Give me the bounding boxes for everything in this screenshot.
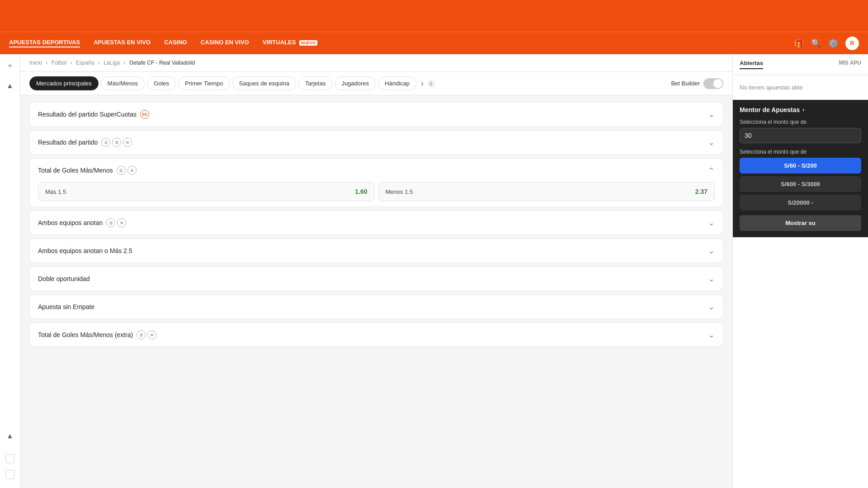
tab-primer-tiempo[interactable]: Primer Tiempo xyxy=(178,76,230,90)
icon-1x2-1: ① xyxy=(101,138,110,147)
market-header-supercuotas[interactable]: Resultado del partido SuperCuotas SC ⌄ xyxy=(30,103,723,126)
sidebar-checkbox-2[interactable] xyxy=(5,470,14,479)
mis-apuestas-label: MIS APU xyxy=(839,60,861,69)
market-resultado-partido: Resultado del partido ① ② ✕ ⌄ xyxy=(29,130,723,155)
chevron-supercuotas: ⌄ xyxy=(708,109,715,119)
odds-mas-15-label: Más 1.5 xyxy=(45,188,66,195)
breadcrumb: Inicio › Fútbol › España › LaLiga › Geta… xyxy=(20,54,732,72)
no-bets-message: No tienes apuestas able xyxy=(733,75,868,100)
odds-row-total-goles: Más 1.5 1.60 Menos 1.5 2.37 xyxy=(30,182,723,206)
tab-saques-esquina[interactable]: Saques de esquina xyxy=(232,76,296,90)
market-title-doble: Doble oportunidad xyxy=(38,275,90,282)
right-panel: Abiertas MIS APU No tienes apuestas able… xyxy=(732,54,868,488)
settings-icon[interactable]: ⚙️ xyxy=(828,38,838,48)
market-header-ambos-mas25[interactable]: Ambos equipos anotan o Más 2.5 ⌄ xyxy=(30,239,723,263)
tab-goles[interactable]: Goles xyxy=(147,76,176,90)
main-layout: ＋ ▲ ▲ Inicio › Fútbol › España › LaLiga … xyxy=(0,54,868,488)
breadcrumb-espana[interactable]: España xyxy=(76,60,94,66)
icon-goles-x: ✕ xyxy=(127,166,137,175)
tabs-more-arrow[interactable]: › xyxy=(419,79,426,88)
mentor-label-1: Selecciona el monto que de xyxy=(740,119,861,125)
icon-ambos-2: ② xyxy=(106,218,115,227)
gift-icon[interactable]: 🎁 xyxy=(794,38,804,48)
odds-mas-15[interactable]: Más 1.5 1.60 xyxy=(38,182,375,201)
mentor-arrow-icon: › xyxy=(802,107,804,113)
sidebar-arrow-down-icon[interactable]: ▲ xyxy=(3,429,17,443)
market-doble-oportunidad: Doble oportunidad ⌄ xyxy=(29,267,723,291)
chevron-doble: ⌄ xyxy=(708,274,715,284)
top-banner xyxy=(0,0,868,32)
market-header-doble[interactable]: Doble oportunidad ⌄ xyxy=(30,267,723,291)
market-ambos-mas25: Ambos equipos anotan o Más 2.5 ⌄ xyxy=(29,239,723,263)
market-title-sin-empate: Apuesta sin Empate xyxy=(38,303,94,310)
bet-builder-section: Bet Builder xyxy=(671,78,723,89)
tab-handicap[interactable]: Hándicap xyxy=(378,76,416,90)
icon-1x2-2: ② xyxy=(112,138,121,147)
market-title-ambos-mas25: Ambos equipos anotan o Más 2.5 xyxy=(38,247,132,254)
mentor-input[interactable] xyxy=(740,128,861,143)
icon-extra-2: ② xyxy=(137,330,146,339)
search-icon[interactable]: 🔍 xyxy=(811,38,821,48)
tab-abiertas[interactable]: Abiertas xyxy=(740,60,763,69)
breadcrumb-futbol[interactable]: Fútbol xyxy=(52,60,66,66)
market-ambos-equipos: Ambos equipos anotan ② ✕ ⌄ xyxy=(29,211,723,235)
market-header-resultado[interactable]: Resultado del partido ① ② ✕ ⌄ xyxy=(30,131,723,154)
icon-extra-x: ✕ xyxy=(147,330,156,339)
market-total-goles: Total de Goles Más/Menos ② ✕ ⌄ Más 1.5 1… xyxy=(29,158,723,207)
sidebar-add-icon[interactable]: ＋ xyxy=(3,59,17,72)
chevron-ambos-mas25: ⌄ xyxy=(708,246,715,256)
market-resultado-supercuotas: Resultado del partido SuperCuotas SC ⌄ xyxy=(29,102,723,127)
nav-virtuales[interactable]: VIRTUALES NUEVO xyxy=(263,39,317,47)
market-title-resultado: Resultado del partido xyxy=(38,139,98,146)
market-header-ambos[interactable]: Ambos equipos anotan ② ✕ ⌄ xyxy=(30,211,723,235)
left-sidebar: ＋ ▲ ▲ xyxy=(0,54,20,488)
nav-apuestas-en-vivo[interactable]: APUESTAS EN VIVO xyxy=(94,39,151,47)
market-title-total-goles-extra: Total de Goles Más/Menos (extra) xyxy=(38,331,133,338)
tab-mas-menos[interactable]: Más/Menos xyxy=(101,76,145,90)
icon-goles-2: ② xyxy=(117,166,126,175)
tab-tarjetas[interactable]: Tarjetas xyxy=(298,76,333,90)
avatar[interactable]: R xyxy=(845,37,859,50)
info-icon[interactable]: 🛈 xyxy=(428,80,434,87)
nav-apuestas-deportivas[interactable]: APUESTAS DEPORTIVAS xyxy=(9,39,80,47)
mentor-btn-20000[interactable]: S/20000 - xyxy=(740,195,861,211)
right-panel-header: Abiertas MIS APU xyxy=(733,54,868,75)
chevron-total-goles-extra: ⌄ xyxy=(708,330,715,340)
mentor-label-2: Selecciona el monto que de xyxy=(740,149,861,155)
mostrar-sugerencias-btn[interactable]: Mostrar su xyxy=(740,215,861,231)
market-total-goles-extra: Total de Goles Más/Menos (extra) ② ✕ ⌄ xyxy=(29,323,723,347)
sidebar-collapse-icon[interactable]: ▲ xyxy=(3,79,17,93)
nav-links: APUESTAS DEPORTIVAS APUESTAS EN VIVO CAS… xyxy=(9,39,794,47)
nav-casino-en-vivo[interactable]: CASINO EN VIVO xyxy=(201,39,249,47)
chevron-resultado: ⌄ xyxy=(708,137,715,147)
mentor-btn-60-200[interactable]: S/60 - S/200 xyxy=(740,158,861,174)
sidebar-checkbox-1[interactable] xyxy=(5,454,14,463)
nuevo-badge: NUEVO xyxy=(299,40,317,46)
odds-menos-15[interactable]: Menos 1.5 2.37 xyxy=(378,182,715,201)
market-header-total-goles[interactable]: Total de Goles Más/Menos ② ✕ ⌄ xyxy=(30,159,723,182)
odds-menos-15-label: Menos 1.5 xyxy=(386,188,413,195)
nav-casino[interactable]: CASINO xyxy=(164,39,187,47)
breadcrumb-laliga[interactable]: LaLiga xyxy=(104,60,120,66)
chevron-ambos: ⌄ xyxy=(708,218,715,228)
market-title-supercuotas: Resultado del partido SuperCuotas xyxy=(38,111,137,118)
market-header-sin-empate[interactable]: Apuesta sin Empate ⌄ xyxy=(30,295,723,319)
icon-1x2-x: ✕ xyxy=(123,138,132,147)
market-header-total-goles-extra[interactable]: Total de Goles Más/Menos (extra) ② ✕ ⌄ xyxy=(30,323,723,347)
markets-container: Resultado del partido SuperCuotas SC ⌄ R… xyxy=(20,95,732,354)
bet-builder-toggle[interactable] xyxy=(703,78,723,89)
breadcrumb-inicio[interactable]: Inicio xyxy=(29,60,42,66)
icon-ambos-x: ✕ xyxy=(117,218,126,227)
mentor-title: Mentor de Apuestas › xyxy=(740,106,861,113)
breadcrumb-current: Getafe CF - Real Valladolid xyxy=(129,60,195,66)
mentor-panel: Mentor de Apuestas › Selecciona el monto… xyxy=(733,100,868,237)
tabs-row: Mercados principales Más/Menos Goles Pri… xyxy=(20,72,732,95)
mentor-btn-600-3000[interactable]: S/600 - S/3000 xyxy=(740,176,861,192)
nav-icons: 🎁 🔍 ⚙️ R xyxy=(794,37,859,50)
tab-mercados-principales[interactable]: Mercados principales xyxy=(29,76,99,90)
odds-menos-15-value: 2.37 xyxy=(695,188,708,195)
tab-jugadores[interactable]: Jugadores xyxy=(335,76,376,90)
market-title-ambos: Ambos equipos anotan xyxy=(38,219,103,226)
market-apuesta-sin-empate: Apuesta sin Empate ⌄ xyxy=(29,295,723,319)
bet-builder-label: Bet Builder xyxy=(671,80,700,87)
